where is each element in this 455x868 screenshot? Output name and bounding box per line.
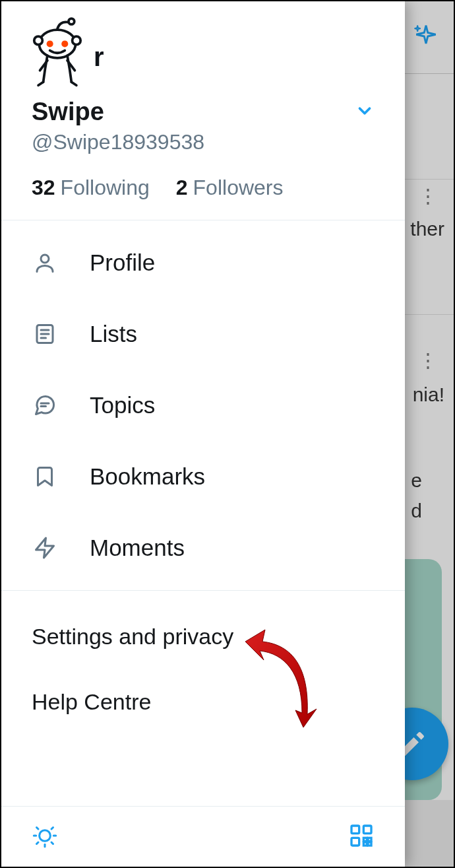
- svg-marker-13: [36, 538, 54, 558]
- qr-code-icon[interactable]: [348, 822, 375, 851]
- bg-text-4: d: [411, 500, 422, 522]
- chevron-down-icon[interactable]: [355, 101, 375, 123]
- svg-point-4: [47, 40, 53, 47]
- svg-rect-25: [363, 838, 367, 841]
- followers-label: Followers: [193, 176, 284, 199]
- menu-item-bookmarks[interactable]: Bookmarks: [1, 441, 405, 512]
- svg-line-18: [37, 827, 39, 829]
- menu-label: Moments: [90, 535, 185, 561]
- username-handle: @Swipe18939538: [32, 130, 375, 154]
- svg-point-14: [40, 830, 51, 841]
- svg-point-6: [41, 255, 49, 263]
- menu-item-topics[interactable]: Topics: [1, 370, 405, 441]
- svg-point-1: [34, 36, 43, 45]
- menu-label: Profile: [90, 250, 155, 276]
- svg-point-5: [61, 40, 68, 47]
- bg-text-3: e: [411, 469, 422, 492]
- svg-point-2: [73, 36, 81, 45]
- lightbulb-icon[interactable]: [32, 822, 58, 851]
- menu-item-settings-privacy[interactable]: Settings and privacy: [1, 604, 405, 669]
- svg-rect-27: [363, 842, 367, 846]
- svg-rect-23: [363, 826, 371, 834]
- following-label: Following: [61, 176, 150, 199]
- svg-rect-24: [351, 838, 359, 846]
- profile-icon: [32, 250, 58, 276]
- following-count: 32: [32, 176, 55, 199]
- menu-item-profile[interactable]: Profile: [1, 227, 405, 298]
- followers-stat[interactable]: 2Followers: [176, 176, 284, 200]
- menu-label: Lists: [90, 321, 137, 347]
- svg-rect-26: [368, 842, 371, 846]
- bookmark-icon: [32, 463, 58, 490]
- sparkle-icon: [411, 22, 440, 53]
- bg-text-1: ther: [410, 218, 444, 240]
- secondary-avatar: r: [94, 42, 104, 72]
- following-stat[interactable]: 32Following: [32, 176, 150, 200]
- svg-rect-28: [368, 838, 371, 841]
- svg-line-21: [51, 842, 53, 844]
- lists-icon: [32, 321, 58, 347]
- menu-label: Topics: [90, 392, 155, 418]
- navigation-drawer: r Swipe @Swipe18939538 32Following 2Foll…: [1, 1, 405, 867]
- followers-count: 2: [176, 176, 188, 199]
- svg-line-20: [37, 842, 39, 844]
- menu-item-moments[interactable]: Moments: [1, 512, 405, 584]
- more-icon: ⋮: [418, 357, 438, 364]
- svg-point-3: [69, 18, 75, 24]
- menu-item-help-centre[interactable]: Help Centre: [1, 669, 405, 735]
- menu-label: Bookmarks: [90, 463, 205, 490]
- display-name: Swipe: [32, 98, 104, 126]
- svg-rect-22: [351, 826, 359, 834]
- bg-text-2: nia!: [413, 384, 444, 406]
- topics-icon: [32, 392, 58, 418]
- svg-line-19: [51, 827, 53, 829]
- avatar-image: [32, 17, 90, 87]
- avatar[interactable]: r: [32, 17, 375, 87]
- more-icon: ⋮: [418, 193, 438, 199]
- moments-icon: [32, 535, 58, 561]
- menu-item-lists[interactable]: Lists: [1, 298, 405, 370]
